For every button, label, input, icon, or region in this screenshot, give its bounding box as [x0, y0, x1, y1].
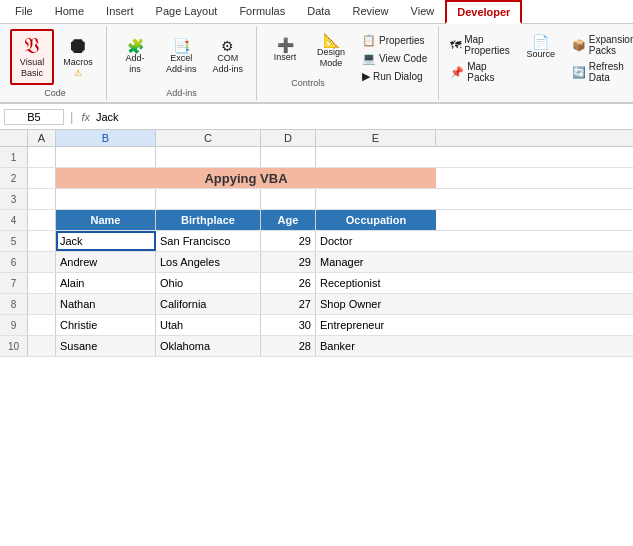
source-label: Source — [527, 49, 556, 60]
cell-d9[interactable]: 30 — [261, 315, 316, 335]
cell-b8[interactable]: Nathan — [56, 294, 156, 314]
table-row: 10 Susane Oklahoma 28 Banker — [0, 336, 633, 357]
cell-b10[interactable]: Susane — [56, 336, 156, 356]
design-mode-button[interactable]: 📐 DesignMode — [309, 28, 353, 74]
tab-file[interactable]: File — [4, 0, 44, 24]
tab-page-layout[interactable]: Page Layout — [145, 0, 229, 24]
tab-insert[interactable]: Insert — [95, 0, 145, 24]
macros-button[interactable]: ⏺ Macros ⚠ — [56, 30, 100, 84]
cell-c10[interactable]: Oklahoma — [156, 336, 261, 356]
code-items: 𝔙 VisualBasic ⏺ Macros ⚠ — [10, 28, 100, 86]
table-row: 6 Andrew Los Angeles 29 Manager — [0, 252, 633, 273]
table-row: 7 Alain Ohio 26 Receptionist — [0, 273, 633, 294]
map-packs-button[interactable]: 📌 Map Packs — [445, 59, 515, 85]
cell-e8[interactable]: Shop Owner — [316, 294, 436, 314]
properties-button[interactable]: 📋 Properties — [357, 32, 432, 49]
cell-a5[interactable] — [28, 231, 56, 251]
cell-d6[interactable]: 29 — [261, 252, 316, 272]
cell-b3[interactable] — [56, 189, 156, 209]
cell-a7[interactable] — [28, 273, 56, 293]
cell-b7[interactable]: Alain — [56, 273, 156, 293]
excel-addins-button[interactable]: 📑 ExcelAdd-ins — [159, 34, 204, 80]
cell-b5[interactable]: Jack — [56, 231, 156, 251]
col-header-d[interactable]: D — [261, 130, 316, 146]
col-header-b[interactable]: B — [56, 130, 156, 146]
expansion-packs-button[interactable]: 📦 Expansion Packs — [567, 32, 633, 58]
view-code-icon: 💻 — [362, 52, 376, 65]
cell-d1[interactable] — [261, 147, 316, 167]
cell-a4[interactable] — [28, 210, 56, 230]
macros-label: Macros — [63, 57, 93, 68]
cell-c8[interactable]: California — [156, 294, 261, 314]
cell-e10[interactable]: Banker — [316, 336, 436, 356]
cell-a3[interactable] — [28, 189, 56, 209]
map-packs-label: Map Packs — [467, 61, 510, 83]
header-birthplace[interactable]: Birthplace — [156, 210, 261, 230]
expansion-packs-label: Expansion Packs — [589, 34, 633, 56]
title-cell[interactable]: Appying VBA — [56, 168, 436, 188]
cell-a8[interactable] — [28, 294, 56, 314]
col-header-a[interactable]: A — [28, 130, 56, 146]
tab-review[interactable]: Review — [341, 0, 399, 24]
cell-b6[interactable]: Andrew — [56, 252, 156, 272]
run-dialog-icon: ▶ — [362, 70, 370, 83]
cell-d8[interactable]: 27 — [261, 294, 316, 314]
col-header-c[interactable]: C — [156, 130, 261, 146]
row-num-7: 7 — [0, 273, 28, 293]
row-num-5: 5 — [0, 231, 28, 251]
cell-d10[interactable]: 28 — [261, 336, 316, 356]
cell-d7[interactable]: 26 — [261, 273, 316, 293]
refresh-data-label: Refresh Data — [589, 61, 633, 83]
cell-e9[interactable]: Entrepreneur — [316, 315, 436, 335]
col-header-e[interactable]: E — [316, 130, 436, 146]
addins-button[interactable]: 🧩 Add-ins — [113, 34, 157, 80]
excel-addins-icon: 📑 — [173, 39, 190, 53]
tab-data[interactable]: Data — [296, 0, 341, 24]
tab-view[interactable]: View — [400, 0, 446, 24]
formula-input[interactable] — [96, 111, 629, 123]
cell-c9[interactable]: Utah — [156, 315, 261, 335]
cell-c3[interactable] — [156, 189, 261, 209]
header-name[interactable]: Name — [56, 210, 156, 230]
cell-a2[interactable] — [28, 168, 56, 188]
cell-a6[interactable] — [28, 252, 56, 272]
cell-e7[interactable]: Receptionist — [316, 273, 436, 293]
cell-c5[interactable]: San Francisco — [156, 231, 261, 251]
tab-developer[interactable]: Developer — [445, 0, 522, 24]
cell-b9[interactable]: Christie — [56, 315, 156, 335]
row-num-4: 4 — [0, 210, 28, 230]
com-addins-button[interactable]: ⚙ COMAdd-ins — [206, 34, 251, 80]
cell-e6[interactable]: Manager — [316, 252, 436, 272]
cell-reference-input[interactable] — [4, 109, 64, 125]
insert-control-button[interactable]: ➕ Insert — [263, 33, 307, 68]
cell-a1[interactable] — [28, 147, 56, 167]
cell-d5[interactable]: 29 — [261, 231, 316, 251]
controls-group-label: Controls — [291, 76, 325, 88]
cell-c1[interactable] — [156, 147, 261, 167]
cell-c7[interactable]: Ohio — [156, 273, 261, 293]
cell-a10[interactable] — [28, 336, 56, 356]
cell-e1[interactable] — [316, 147, 436, 167]
cell-a9[interactable] — [28, 315, 56, 335]
run-dialog-button[interactable]: ▶ Run Dialog — [357, 68, 432, 85]
cell-d3[interactable] — [261, 189, 316, 209]
row-num-3: 3 — [0, 189, 28, 209]
row-num-1: 1 — [0, 147, 28, 167]
tab-home[interactable]: Home — [44, 0, 95, 24]
cell-e3[interactable] — [316, 189, 436, 209]
view-code-button[interactable]: 💻 View Code — [357, 50, 432, 67]
cell-e5[interactable]: Doctor — [316, 231, 436, 251]
cell-b1[interactable] — [56, 147, 156, 167]
cell-c6[interactable]: Los Angeles — [156, 252, 261, 272]
refresh-data-button[interactable]: 🔄 Refresh Data — [567, 59, 633, 85]
ribbon-group-code: 𝔙 VisualBasic ⏺ Macros ⚠ Code — [4, 26, 107, 100]
source-button[interactable]: 📄 Source — [519, 30, 563, 65]
header-age[interactable]: Age — [261, 210, 316, 230]
corner-header — [0, 130, 28, 146]
tab-formulas[interactable]: Formulas — [228, 0, 296, 24]
header-occupation[interactable]: Occupation — [316, 210, 436, 230]
map-properties-button[interactable]: 🗺 Map Properties — [445, 32, 515, 58]
visual-basic-button[interactable]: 𝔙 VisualBasic — [10, 29, 54, 85]
com-addins-icon: ⚙ — [221, 39, 234, 53]
com-addins-label: COMAdd-ins — [213, 53, 244, 75]
